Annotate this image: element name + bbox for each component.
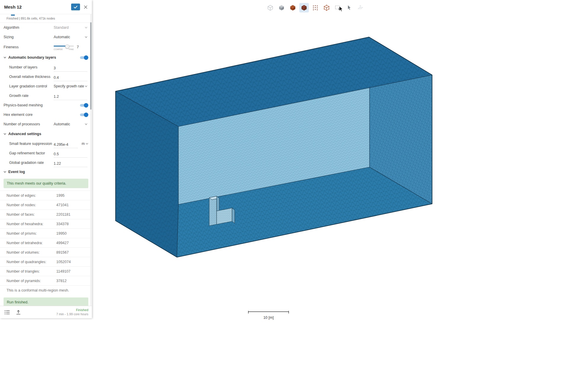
l-body-foot-right-face[interactable] — [232, 208, 235, 223]
event-log-title: Event log — [8, 170, 25, 174]
volume-mesh-cube-icon — [301, 4, 307, 11]
mesh-nodes-button[interactable] — [311, 3, 320, 12]
slider-knob[interactable] — [65, 44, 69, 49]
close-button[interactable] — [82, 4, 89, 10]
physics-based-toggle[interactable] — [79, 103, 88, 108]
toggle-knob — [84, 55, 88, 60]
stat-row-tetrahedra: Number of tetrahedra: 499427 — [0, 238, 92, 248]
mesh-nodes-icon — [312, 4, 319, 11]
run-runtime: 7 min - 1.99 core hours — [56, 312, 88, 316]
global-gradation-input[interactable]: 1.22 — [54, 159, 87, 167]
field-gap-refinement: Gap refinement factor 0.5 — [0, 148, 92, 158]
algorithm-select[interactable]: Standard — [54, 25, 87, 30]
surface-mesh-cube-button[interactable] — [288, 3, 298, 12]
scale-bar-label: 10 [m] — [248, 316, 289, 320]
chevron-down-icon — [4, 171, 6, 173]
algorithm-label: Algorithm — [4, 25, 54, 30]
number-of-layers-label: Number of layers — [9, 65, 54, 69]
slider-track[interactable] — [54, 46, 74, 47]
mesh-domain-box[interactable] — [116, 37, 432, 257]
stat-row-hexahedra: Number of hexahedra: 334378 — [0, 219, 92, 229]
slider-fill — [54, 46, 67, 47]
pointer-select-button[interactable] — [344, 3, 354, 12]
small-feature-unit-select[interactable]: m — [82, 142, 88, 146]
fineness-slider[interactable]: COARSE FINE — [54, 44, 74, 51]
panel-scroll-area[interactable]: Finished | 891.6k cells, 471k nodes Algo… — [0, 14, 92, 306]
field-hex-element-core: Hex element core — [0, 110, 92, 119]
confirm-button[interactable] — [71, 4, 80, 10]
view-toolbar — [266, 3, 365, 12]
clip-plane-button[interactable] — [356, 3, 365, 12]
close-icon — [84, 5, 87, 9]
toggle-knob — [84, 103, 88, 108]
growth-rate-label: Growth rate — [9, 94, 54, 98]
chevron-down-icon — [85, 123, 87, 125]
section-advanced-settings[interactable]: Advanced settings — [0, 129, 92, 139]
upload-icon — [16, 310, 21, 315]
small-feature-input[interactable]: 4.295e-4 — [54, 140, 78, 148]
number-of-layers-input[interactable]: 3 — [54, 63, 87, 72]
solid-cube-button[interactable] — [277, 3, 286, 12]
stat-row-pyramids: Number of pyramids: 37812 — [0, 276, 92, 286]
section-event-log[interactable]: Event log — [0, 167, 92, 176]
growth-rate-input[interactable]: 1.2 — [54, 92, 87, 100]
run-summary: Finished 7 min - 1.99 core hours — [56, 308, 88, 316]
solid-cube-icon — [278, 4, 285, 11]
mesh-settings-panel: Mesh 12 Finished | 891.6k cells, 471k no… — [0, 0, 92, 318]
slider-coarse-label: COARSE — [54, 48, 63, 50]
field-fineness: Fineness COARSE FINE 7 — [0, 42, 92, 52]
mesh-status-line: Finished | 891.6k cells, 471k nodes — [7, 17, 88, 20]
wireframe-cube-icon — [267, 4, 274, 11]
chevron-down-icon — [85, 85, 87, 87]
toggle-knob — [84, 113, 88, 117]
mouse-cursor — [339, 6, 344, 12]
surface-mesh-cube-icon — [290, 4, 296, 11]
layer-gradation-select[interactable]: Specify growth rate — [54, 84, 87, 88]
processors-select[interactable]: Automatic — [54, 122, 87, 126]
stat-row-quadrangles: Number of quadrangles: 1052074 — [0, 257, 92, 267]
mesh-status-block: Finished | 891.6k cells, 471k nodes — [0, 17, 92, 23]
scrolled-item-indicator — [11, 15, 15, 16]
field-global-gradation: Global gradation rate 1.22 — [0, 158, 92, 167]
field-physics-based-meshing: Physics-based meshing — [0, 100, 92, 110]
global-gradation-label: Global gradation rate — [9, 161, 54, 165]
wireframe-cube-button[interactable] — [266, 3, 275, 12]
mesh-edges-cube-icon — [323, 4, 330, 11]
export-button[interactable] — [15, 309, 22, 316]
sizing-label: Sizing — [4, 35, 54, 39]
physics-based-label: Physics-based meshing — [4, 103, 79, 107]
scale-bar: 10 [m] — [248, 310, 289, 320]
relative-thickness-input[interactable]: 0.4 — [54, 73, 87, 81]
run-finished-banner: Run finished. — [4, 297, 88, 306]
panel-header: Mesh 12 — [0, 0, 92, 14]
field-growth-rate: Growth rate 1.2 — [0, 91, 92, 100]
chevron-down-icon — [4, 133, 6, 135]
check-icon — [73, 5, 78, 9]
event-list-button[interactable] — [4, 309, 11, 316]
l-body-column-front-mesh — [209, 196, 217, 226]
layer-gradation-label: Layer gradation control — [9, 84, 54, 88]
scrollbar-thumb[interactable] — [90, 22, 92, 110]
gap-refinement-label: Gap refinement factor — [9, 151, 54, 155]
list-icon — [4, 310, 10, 315]
small-feature-label: Small feature suppression — [9, 142, 54, 146]
field-layer-gradation: Layer gradation control Specify growth r… — [0, 81, 92, 91]
scale-bar-line — [248, 311, 289, 314]
field-small-feature-suppression: Small feature suppression 4.295e-4 m — [0, 139, 92, 148]
conformal-mesh-note: This is a conformal multi-region mesh. — [0, 286, 92, 295]
stat-row-nodes: Number of nodes: 471041 — [0, 200, 92, 210]
boundary-layers-toggle[interactable] — [79, 55, 88, 60]
hex-core-toggle[interactable] — [79, 112, 88, 117]
field-number-of-processors: Number of processors Automatic — [0, 119, 92, 129]
fineness-label: Fineness — [4, 45, 54, 49]
panel-title: Mesh 12 — [4, 4, 69, 9]
gap-refinement-input[interactable]: 0.5 — [54, 149, 87, 158]
volume-mesh-cube-button[interactable] — [299, 3, 309, 12]
chevron-down-icon — [85, 27, 87, 28]
sizing-select[interactable]: Automatic — [54, 35, 87, 39]
chevron-down-icon — [85, 36, 87, 38]
chevron-down-icon — [4, 57, 6, 58]
slider-fine-label: FINE — [69, 48, 74, 50]
mesh-edges-cube-button[interactable] — [322, 3, 331, 12]
section-boundary-layers[interactable]: Automatic boundary layers — [0, 52, 92, 63]
